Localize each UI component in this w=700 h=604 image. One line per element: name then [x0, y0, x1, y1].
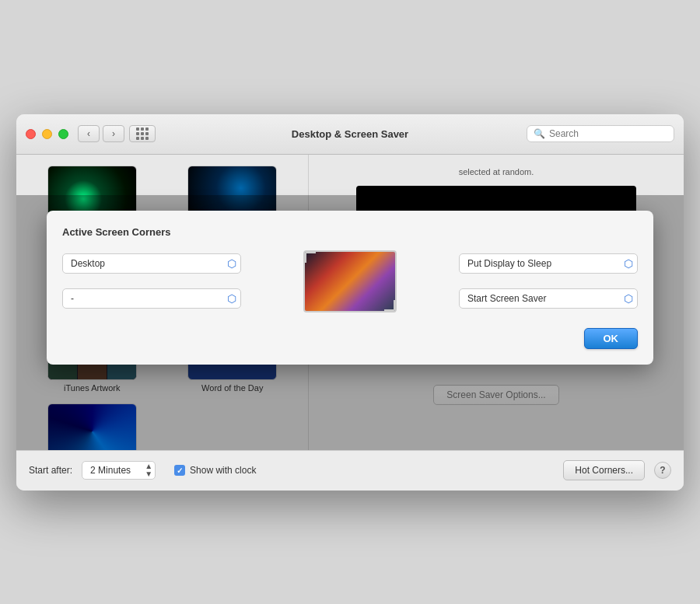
- search-input[interactable]: [549, 128, 667, 139]
- traffic-lights: [26, 129, 68, 139]
- search-icon: 🔍: [534, 128, 545, 139]
- modal-title: Active Screen Corners: [62, 226, 638, 238]
- preview-description: selected at random.: [459, 167, 534, 176]
- show-clock-label: Show with clock: [190, 465, 256, 476]
- top-right-select[interactable]: Put Display to Sleep Desktop Mission Con…: [459, 253, 638, 274]
- minimize-button[interactable]: [42, 129, 52, 139]
- bottom-left-corner-wrapper: - Desktop Mission Control Put Display to…: [62, 288, 241, 309]
- modal-overlay: Active Screen Corners Desktop Mission Co…: [16, 195, 684, 450]
- show-clock-checkbox[interactable]: ✓: [174, 465, 185, 476]
- corner-preview-image: [303, 250, 397, 312]
- ok-button[interactable]: OK: [584, 328, 639, 349]
- back-button[interactable]: ‹: [78, 125, 100, 142]
- checkmark-icon: ✓: [177, 466, 183, 475]
- top-left-select[interactable]: Desktop Mission Control Put Display to S…: [62, 253, 241, 274]
- help-button[interactable]: ?: [654, 462, 671, 479]
- main-window: ‹ › Desktop & Screen Saver 🔍: [16, 114, 684, 491]
- window-title: Desktop & Screen Saver: [292, 128, 408, 140]
- minutes-select-wrapper: 1 Minute 2 Minutes 5 Minutes 10 Minutes …: [82, 461, 156, 480]
- top-left-corner-wrapper: Desktop Mission Control Put Display to S…: [62, 253, 241, 274]
- bottom-left-select[interactable]: - Desktop Mission Control Put Display to…: [62, 288, 241, 309]
- content-area: Flurry Arabesque Shell: [16, 155, 684, 450]
- minutes-select[interactable]: 1 Minute 2 Minutes 5 Minutes 10 Minutes …: [82, 461, 156, 480]
- bottom-bar: Start after: 1 Minute 2 Minutes 5 Minute…: [16, 450, 684, 491]
- top-right-corner-wrapper: Put Display to Sleep Desktop Mission Con…: [459, 253, 638, 274]
- active-screen-corners-modal: Active Screen Corners Desktop Mission Co…: [47, 211, 653, 365]
- grid-button[interactable]: [129, 125, 156, 142]
- close-button[interactable]: [26, 129, 36, 139]
- start-after-label: Start after:: [29, 465, 72, 476]
- corners-grid: Desktop Mission Control Put Display to S…: [62, 250, 638, 312]
- search-box[interactable]: 🔍: [527, 125, 674, 142]
- hot-corners-button[interactable]: Hot Corners...: [563, 460, 645, 480]
- nav-buttons: ‹ ›: [78, 125, 124, 142]
- modal-footer: OK: [62, 328, 638, 349]
- preview-corner-bottom-right: [384, 300, 395, 311]
- bottom-right-select[interactable]: Start Screen Saver Desktop Mission Contr…: [459, 288, 638, 309]
- titlebar: ‹ › Desktop & Screen Saver 🔍: [16, 114, 684, 155]
- grid-dots-icon: [136, 127, 149, 140]
- forward-button[interactable]: ›: [103, 125, 124, 142]
- show-clock-wrapper: ✓ Show with clock: [174, 465, 256, 476]
- bottom-right-corner-wrapper: Start Screen Saver Desktop Mission Contr…: [459, 288, 638, 309]
- maximize-button[interactable]: [58, 129, 68, 139]
- preview-corner-top-left: [305, 252, 316, 263]
